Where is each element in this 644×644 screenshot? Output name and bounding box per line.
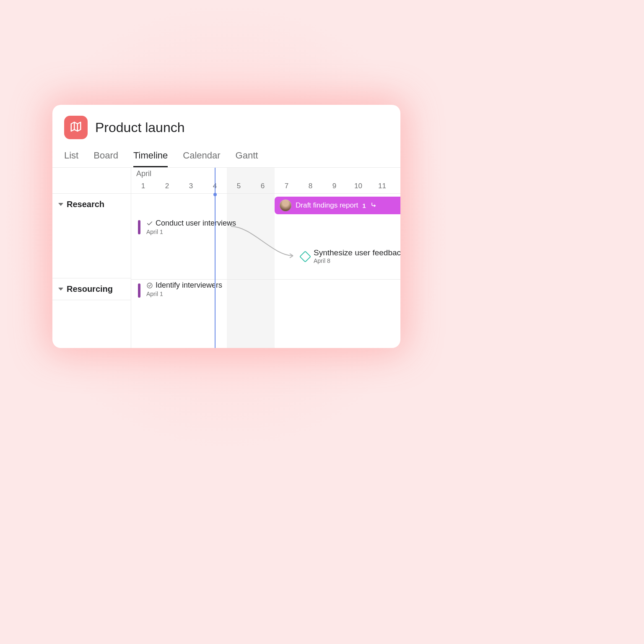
subtask-icon [370, 201, 377, 210]
task-title: Conduct user interviews [156, 219, 236, 228]
section-research[interactable]: Research [52, 194, 131, 215]
svg-point-0 [147, 283, 152, 288]
section-resourcing[interactable]: Resourcing [52, 278, 131, 300]
today-indicator-dot [213, 193, 217, 196]
task-title: Draft findings report [296, 201, 358, 210]
task-identify-interviewers[interactable]: Identify interviewers April 1 [146, 281, 222, 297]
task-conduct-user-interviews-pill[interactable] [138, 220, 140, 234]
task-conduct-user-interviews[interactable]: Conduct user interviews April 1 [146, 219, 236, 235]
task-identify-interviewers-pill[interactable] [138, 283, 140, 298]
section-label: Resourcing [67, 284, 113, 294]
chevron-down-icon [58, 288, 63, 291]
milestone-date: April 8 [314, 257, 400, 264]
task-date: April 1 [146, 229, 236, 235]
approval-icon [146, 282, 153, 289]
month-label: April [136, 169, 151, 178]
tab-gantt[interactable]: Gantt [236, 150, 258, 167]
chevron-down-icon [58, 203, 63, 206]
project-icon [64, 116, 88, 139]
day-2: 2 [155, 182, 179, 193]
day-7: 7 [275, 182, 299, 193]
day-5: 5 [227, 182, 251, 193]
subtask-count: 1 [362, 202, 366, 209]
day-1: 1 [131, 182, 155, 193]
day-3: 3 [179, 182, 203, 193]
project-title: Product launch [95, 120, 184, 135]
day-10: 10 [346, 182, 370, 193]
day-6: 6 [251, 182, 275, 193]
tab-board[interactable]: Board [93, 150, 118, 167]
tab-calendar[interactable]: Calendar [183, 150, 220, 167]
task-date: April 1 [146, 291, 222, 297]
tab-timeline[interactable]: Timeline [133, 150, 168, 167]
day-9: 9 [322, 182, 346, 193]
day-11: 11 [370, 182, 394, 193]
day-8: 8 [299, 182, 322, 193]
section-label: Research [67, 200, 104, 209]
day-header: 1 2 3 4 5 6 7 8 9 10 11 [131, 182, 400, 194]
milestone-title: Synthesize user feedback [314, 248, 400, 257]
tab-list[interactable]: List [64, 150, 78, 167]
task-draft-findings-report[interactable]: Draft findings report 1 [275, 197, 400, 214]
project-timeline-card: Product launch List Board Timeline Calen… [52, 105, 400, 348]
check-icon [146, 220, 153, 227]
dependency-arrow [227, 222, 302, 268]
assignee-avatar [280, 200, 291, 211]
milestone-synthesize-feedback[interactable]: Synthesize user feedback April 8 [314, 248, 400, 264]
view-tabs: List Board Timeline Calendar Gantt [52, 143, 400, 168]
task-title: Identify interviewers [156, 281, 222, 290]
